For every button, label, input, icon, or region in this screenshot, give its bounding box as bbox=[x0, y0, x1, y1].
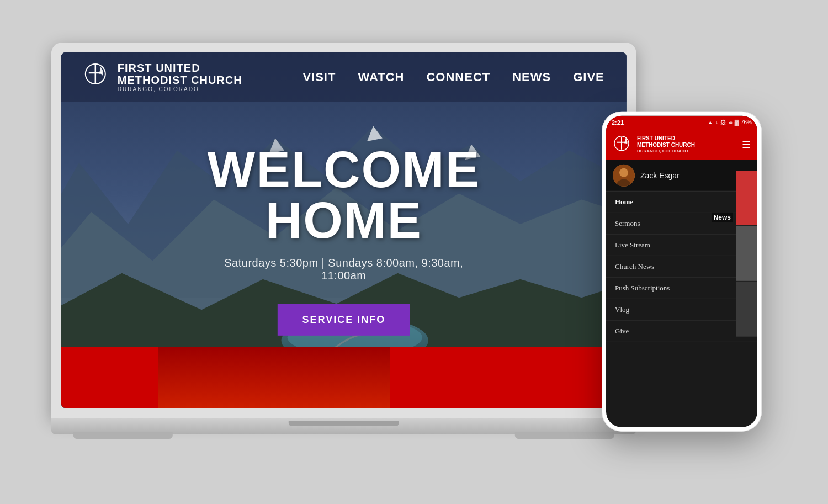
website: First United Methodist Church Durango, C… bbox=[61, 52, 627, 408]
phone-frame: 2:21 ▲ ↓ 🖼 ≋ ▓ 76% bbox=[602, 111, 762, 431]
preview-block-1 bbox=[736, 171, 757, 225]
phone-church-sub: Durango, Colorado bbox=[637, 148, 695, 154]
phone-screen: 2:21 ▲ ↓ 🖼 ≋ ▓ 76% bbox=[606, 115, 757, 427]
church-name: First United bbox=[118, 62, 242, 74]
battery-percent: 76% bbox=[741, 119, 752, 125]
phone-device: 2:21 ▲ ↓ 🖼 ≋ ▓ 76% bbox=[602, 111, 762, 431]
nav-links: VISIT WATCH CONNECT NEWS GIVE bbox=[302, 70, 604, 84]
phone-logo-icon bbox=[613, 134, 633, 154]
laptop-foot-left bbox=[73, 432, 173, 439]
nav-news[interactable]: NEWS bbox=[512, 70, 551, 84]
nav-give[interactable]: GIVE bbox=[573, 70, 604, 84]
phone-logo-text: First United Methodist Church Durango, C… bbox=[637, 135, 695, 154]
phone-menu-give[interactable]: Give bbox=[606, 320, 757, 342]
phone-time: 2:21 bbox=[612, 119, 624, 125]
wifi-icon: ≋ bbox=[728, 119, 733, 125]
phone-menu-livestream[interactable]: Live Stream bbox=[606, 234, 757, 256]
hero-title: WELCOME HOME bbox=[203, 144, 485, 245]
phone-menu: Home Sermons Live Stream Church News Pus… bbox=[606, 191, 757, 342]
website-nav: First United Methodist Church Durango, C… bbox=[61, 52, 627, 102]
phone-menu-home[interactable]: Home bbox=[606, 191, 757, 213]
laptop-device: First United Methodist Church Durango, C… bbox=[51, 43, 636, 462]
hero-section: First United Methodist Church Durango, C… bbox=[61, 52, 627, 408]
image-icon: 🖼 bbox=[720, 119, 726, 125]
phone-status-bar: 2:21 ▲ ↓ 🖼 ≋ ▓ 76% bbox=[606, 115, 757, 129]
scene: First United Methodist Church Durango, C… bbox=[0, 0, 828, 504]
phone-church-name: First United bbox=[637, 135, 695, 142]
laptop-base bbox=[51, 418, 636, 434]
hero-content: WELCOME HOME Saturdays 5:30pm | Sundays … bbox=[203, 144, 485, 335]
phone-avatar bbox=[613, 164, 635, 186]
nav-connect[interactable]: CONNECT bbox=[426, 70, 490, 84]
phone-icons: ▲ ↓ 🖼 ≋ ▓ 76% bbox=[708, 119, 752, 125]
nav-watch[interactable]: WATCH bbox=[358, 70, 404, 84]
phone-menu-sermons[interactable]: Sermons bbox=[606, 213, 757, 234]
laptop-screen: First United Methodist Church Durango, C… bbox=[61, 52, 627, 408]
signal-icon: ▲ bbox=[708, 119, 713, 125]
red-bar-image bbox=[158, 347, 390, 408]
nav-logo: First United Methodist Church Durango, C… bbox=[83, 62, 242, 92]
laptop-foot-right bbox=[515, 432, 614, 439]
phone-header: First United Methodist Church Durango, C… bbox=[606, 129, 757, 160]
phone-logo: First United Methodist Church Durango, C… bbox=[613, 134, 695, 154]
phone-user-row: Zack Esgar bbox=[606, 160, 757, 191]
nav-visit[interactable]: VISIT bbox=[302, 70, 336, 84]
church-logo-icon bbox=[83, 62, 111, 92]
news-side-label: News bbox=[712, 212, 733, 222]
laptop-frame: First United Methodist Church Durango, C… bbox=[51, 43, 636, 418]
download-icon: ↓ bbox=[715, 119, 718, 125]
church-sub: Durango, Colorado bbox=[118, 86, 242, 92]
red-bar bbox=[61, 347, 627, 408]
hero-subtitle: Saturdays 5:30pm | Sundays 8:00am, 9:30a… bbox=[203, 256, 485, 282]
phone-menu-icon[interactable]: ☰ bbox=[742, 138, 751, 150]
phone-menu-push[interactable]: Push Subscriptions bbox=[606, 277, 757, 299]
phone-menu-churchnews[interactable]: Church News bbox=[606, 256, 757, 277]
service-info-button[interactable]: SERVICE INFO bbox=[277, 304, 410, 335]
church-name-2: Methodist Church bbox=[118, 74, 242, 86]
svg-point-16 bbox=[619, 168, 628, 177]
battery-icon: ▓ bbox=[735, 119, 739, 125]
preview-block-2 bbox=[736, 226, 757, 281]
phone-menu-vlog[interactable]: Vlog bbox=[606, 299, 757, 320]
nav-logo-text: First United Methodist Church Durango, C… bbox=[118, 62, 242, 92]
phone-church-name2: Methodist Church bbox=[637, 142, 695, 148]
phone-side-preview bbox=[736, 171, 757, 336]
preview-block-3 bbox=[736, 282, 757, 337]
phone-username: Zack Esgar bbox=[640, 171, 680, 179]
